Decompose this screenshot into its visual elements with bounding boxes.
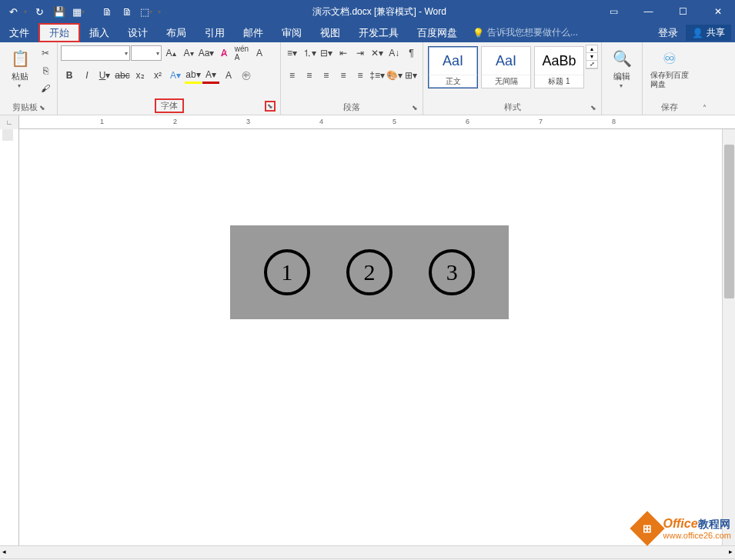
horizontal-ruler[interactable]: ∟ 1 2 3 4 5 6 7 8 (0, 115, 735, 129)
justify-button[interactable]: ≡ (335, 67, 351, 84)
tab-review[interactable]: 审阅 (272, 23, 311, 42)
bullets-button[interactable]: ≡▾ (284, 45, 300, 62)
superscript-button[interactable]: x² (149, 67, 166, 84)
font-color-button[interactable]: A▾ (202, 67, 219, 84)
paragraph-label: 段落 (343, 102, 360, 113)
tab-developer[interactable]: 开发工具 (349, 23, 408, 42)
shrink-font-button[interactable]: A▾ (180, 45, 197, 62)
circle-2[interactable]: 2 (346, 249, 393, 295)
tab-baidu[interactable]: 百度网盘 (408, 23, 466, 42)
format-painter-button[interactable]: 🖌 (37, 80, 54, 97)
gray-rectangle-shape[interactable]: 1 2 3 (230, 225, 509, 319)
text-effects-button[interactable]: A▾ (167, 67, 184, 84)
tab-file[interactable]: 文件 (0, 23, 38, 42)
save-button[interactable]: 💾 (50, 2, 68, 21)
group-styles: AaI 正文 AaI 无间隔 AaBb 标题 1 ▴ ▾ ⤢ 样式 ⬊ (423, 42, 602, 115)
styles-up-button[interactable]: ▴ (586, 45, 597, 53)
align-right-button[interactable]: ≡ (318, 67, 334, 84)
styles-more-button[interactable]: ⤢ (586, 61, 597, 68)
font-family-select[interactable]: ▾ (61, 45, 130, 61)
login-link[interactable]: 登录 (658, 26, 678, 40)
tab-mail[interactable]: 邮件 (234, 23, 272, 42)
numbering-button[interactable]: ⒈▾ (301, 45, 317, 62)
borders-button[interactable]: ⊞▾ (403, 67, 419, 84)
tab-insert[interactable]: 插入 (80, 23, 119, 42)
strike-button[interactable]: abc (114, 67, 131, 84)
enclose-char-button[interactable]: ㊥ (238, 67, 255, 84)
font-size-select[interactable]: ▾ (131, 45, 162, 61)
style-heading1[interactable]: AaBb 标题 1 (534, 46, 584, 88)
ribbon-options-button[interactable]: ▭ (596, 0, 631, 23)
increase-indent-button[interactable]: ⇥ (352, 45, 369, 62)
underline-button[interactable]: U▾ (96, 67, 113, 84)
sort-button[interactable]: A↓ (386, 45, 403, 62)
redo-button[interactable]: ↻ (30, 2, 48, 21)
horizontal-scrollbar[interactable]: ◂ ▸ (0, 545, 735, 558)
grow-font-button[interactable]: A▴ (162, 45, 179, 62)
font-launcher-icon[interactable]: ⬊ (265, 101, 276, 112)
clear-format-button[interactable]: A̷ (215, 45, 232, 62)
cut-button[interactable]: ✂ (37, 45, 54, 62)
vertical-scrollbar[interactable] (722, 129, 735, 545)
document-viewport[interactable]: 1 2 3 (19, 129, 722, 545)
char-shading-button[interactable]: A (220, 67, 237, 84)
undo-button[interactable]: ↶ (4, 2, 22, 21)
touch-mode-button[interactable]: ⬚▾ (138, 2, 156, 21)
italic-button[interactable]: I (79, 67, 95, 84)
styles-launcher-icon[interactable]: ⬊ (590, 104, 596, 112)
new-doc-button[interactable]: ▦▾ (70, 2, 89, 21)
collapse-ribbon-icon[interactable]: ˄ (703, 104, 707, 112)
ribbon: 📋 粘贴 ▾ ✂ ⎘ 🖌 剪贴板 ⬊ ▾ ▾ A▴ A▾ (0, 42, 735, 115)
distribute-button[interactable]: ≡ (352, 67, 369, 84)
title-bar: ↶ ▾ ↻ 💾 ▦▾ 🗎 🗎 ⬚▾ ▾ 演示文档.docx [兼容模式] - W… (0, 0, 735, 23)
group-editing: 🔍 编辑 ▾ (602, 42, 643, 115)
ruler-corner[interactable]: ∟ (0, 115, 19, 129)
clipboard-launcher-icon[interactable]: ⬊ (39, 104, 45, 112)
maximize-button[interactable]: ☐ (666, 0, 700, 23)
scroll-thumb[interactable] (724, 145, 734, 298)
char-border-button[interactable]: A (251, 45, 268, 62)
shading-button[interactable]: 🎨▾ (386, 67, 403, 84)
style-no-spacing[interactable]: AaI 无间隔 (481, 46, 531, 88)
tab-layout[interactable]: 布局 (157, 23, 195, 42)
subscript-button[interactable]: x₂ (132, 67, 149, 84)
save-to-baidu-button[interactable]: ♾ 保存到百度网盘 (646, 45, 693, 91)
copy-button[interactable]: ⎘ (37, 62, 54, 79)
tab-view[interactable]: 视图 (311, 23, 349, 42)
vertical-ruler[interactable] (0, 129, 19, 545)
decrease-indent-button[interactable]: ⇤ (335, 45, 351, 62)
tab-home[interactable]: 开始 (38, 23, 80, 42)
align-left-button[interactable]: ≡ (284, 67, 300, 84)
circle-3[interactable]: 3 (429, 249, 475, 295)
style-normal[interactable]: AaI 正文 (428, 46, 478, 88)
tab-design[interactable]: 设计 (119, 23, 157, 42)
tell-me-search[interactable]: 💡 告诉我您想要做什么... (466, 23, 658, 42)
editing-button[interactable]: 🔍 编辑 ▾ (605, 45, 639, 91)
asian-layout-button[interactable]: ✕▾ (369, 45, 386, 62)
clipboard-label: 剪贴板 (12, 102, 38, 113)
align-center-button[interactable]: ≡ (301, 67, 317, 84)
document-area: 1 2 3 (0, 129, 735, 545)
highlight-button[interactable]: ab▾ (185, 67, 202, 84)
tab-references[interactable]: 引用 (195, 23, 234, 42)
bold-button[interactable]: B (61, 67, 78, 84)
print-button[interactable]: 🗎 (118, 2, 136, 21)
circle-1[interactable]: 1 (264, 249, 310, 295)
minimize-button[interactable]: — (631, 0, 666, 23)
paragraph-launcher-icon[interactable]: ⬊ (412, 104, 418, 112)
window-title: 演示文档.docx [兼容模式] - Word (162, 5, 596, 18)
paste-button[interactable]: 📋 粘贴 ▾ (3, 45, 37, 91)
scroll-left-icon[interactable]: ◂ (2, 548, 6, 555)
styles-down-button[interactable]: ▾ (586, 53, 597, 61)
line-spacing-button[interactable]: ‡≡▾ (369, 67, 386, 84)
undo-dropdown-icon[interactable]: ▾ (24, 8, 28, 15)
close-button[interactable]: ✕ (700, 0, 735, 23)
print-preview-button[interactable]: 🗎 (98, 2, 116, 21)
change-case-button[interactable]: Aa▾ (198, 45, 215, 62)
phonetic-button[interactable]: wénA (233, 45, 250, 62)
search-icon: 🔍 (610, 46, 634, 71)
scroll-right-icon[interactable]: ▸ (729, 548, 733, 555)
show-marks-button[interactable]: ¶ (403, 45, 419, 62)
share-button[interactable]: 👤 共享 (686, 25, 731, 41)
multilevel-button[interactable]: ⊟▾ (318, 45, 334, 62)
